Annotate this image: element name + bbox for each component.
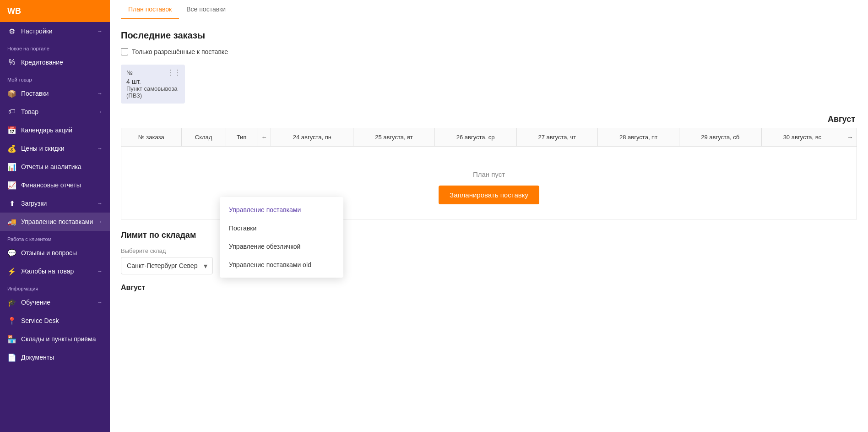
sidebar-item-education[interactable]: 🎓 Обучение → xyxy=(0,293,110,312)
sidebar-item-calendar[interactable]: 📅 Календарь акций xyxy=(0,121,110,139)
sidebar-item-supply-mgmt[interactable]: 🚚 Управление поставками → xyxy=(0,213,110,231)
warehouses-icon: 🏪 xyxy=(7,334,16,344)
logo-text: WB xyxy=(7,6,21,16)
sidebar-section-new: Новое на портале xyxy=(0,40,110,53)
main-content: План поставок Все поставки Последние зак… xyxy=(110,0,868,432)
supply-mgmt-dropdown: Управление поставками Поставки Управлени… xyxy=(220,197,343,278)
arrow-icon: → xyxy=(97,219,103,225)
order-dots-button[interactable]: ⋮⋮ xyxy=(167,68,181,77)
order-number-label: № xyxy=(126,69,133,76)
order-card: № ⋮⋮ 4 шт. Пункт самовывоза (ПВЗ) xyxy=(121,65,185,104)
documents-icon: 📄 xyxy=(7,353,16,362)
sidebar-item-documents[interactable]: 📄 Документы xyxy=(0,348,110,366)
warehouse-select[interactable]: Санкт-Петербург Север Москва Новосибирск xyxy=(121,257,213,274)
sidebar-item-reports[interactable]: 📊 Отчеты и аналитика xyxy=(0,158,110,176)
empty-plan-text: План пуст xyxy=(125,170,853,178)
prev-week-button[interactable]: ← xyxy=(257,128,271,147)
arrow-icon: → xyxy=(97,28,103,34)
col-order-num: № заказа xyxy=(121,128,182,147)
sidebar-item-deliveries[interactable]: 📦 Поставки → xyxy=(0,84,110,103)
last-orders-title: Последние заказы xyxy=(121,30,857,41)
col-aug27: 27 августа, чт xyxy=(516,128,597,147)
arrow-icon: → xyxy=(97,200,103,207)
order-type: Пункт самовывоза (ПВЗ) xyxy=(126,85,179,99)
sidebar-item-goods[interactable]: 🏷 Товар → xyxy=(0,103,110,121)
service-desk-icon: 📍 xyxy=(7,316,16,325)
sidebar-item-service-desk[interactable]: 📍 Service Desk xyxy=(0,312,110,330)
sidebar-item-label: Обучение xyxy=(21,299,50,306)
col-aug28: 28 августа, пт xyxy=(598,128,679,147)
sidebar-item-settings[interactable]: ⚙ Настройки → xyxy=(0,22,110,40)
goods-icon: 🏷 xyxy=(7,107,16,116)
col-aug29: 29 августа, сб xyxy=(679,128,762,147)
sidebar-item-label: Управление поставками xyxy=(21,218,93,225)
warehouse-select-group: Выберите склад Санкт-Петербург Север Мос… xyxy=(121,247,213,274)
sidebar-item-label: Отзывы и вопросы xyxy=(21,249,77,257)
arrow-icon: → xyxy=(97,90,103,97)
supply-mgmt-icon: 🚚 xyxy=(7,217,16,226)
arrow-icon: → xyxy=(97,109,103,115)
col-type: Тип xyxy=(226,128,257,147)
col-aug30: 30 августа, вс xyxy=(761,128,843,147)
credit-icon: % xyxy=(7,58,16,67)
sidebar-item-label: Поставки xyxy=(21,90,49,97)
allowed-only-checkbox[interactable] xyxy=(121,48,128,55)
col-aug24: 24 августа, пн xyxy=(271,128,353,147)
sidebar-section-client: Работа с клиентом xyxy=(0,231,110,244)
prices-icon: 💰 xyxy=(7,144,16,153)
sidebar-item-label: Товар xyxy=(21,108,38,115)
sidebar-section-info: Информация xyxy=(0,280,110,293)
complaints-icon: ⚡ xyxy=(7,267,16,276)
sidebar-item-complaints[interactable]: ⚡ Жалобы на товар → xyxy=(0,262,110,280)
sidebar-item-label: Финансовые отчеты xyxy=(21,181,81,189)
fin-reports-icon: 📈 xyxy=(7,180,16,190)
deliveries-icon: 📦 xyxy=(7,89,16,98)
arrow-icon: → xyxy=(97,268,103,274)
reports-icon: 📊 xyxy=(7,162,16,171)
sidebar-item-label: Загрузки xyxy=(21,200,47,207)
dropdown-item-supplies[interactable]: Поставки xyxy=(220,219,343,237)
sidebar-item-label: Цены и скидки xyxy=(21,145,65,152)
calendar-icon: 📅 xyxy=(7,126,16,135)
sidebar-section-mygoods: Мой товар xyxy=(0,71,110,84)
sidebar-item-label: Календарь акций xyxy=(21,126,72,134)
warehouse-label: Выберите склад xyxy=(121,247,213,254)
dropdown-item-manage-faceless[interactable]: Управление обезличкой xyxy=(220,237,343,256)
sidebar-item-label: Настройки xyxy=(21,27,53,35)
col-aug25: 25 августа, вт xyxy=(353,128,434,147)
dropdown-item-manage-supplies[interactable]: Управление поставками xyxy=(220,201,343,219)
tab-all[interactable]: Все поставки xyxy=(179,0,233,19)
arrow-icon: → xyxy=(97,145,103,152)
tab-plan[interactable]: План поставок xyxy=(121,0,179,19)
order-quantity: 4 шт. xyxy=(126,78,179,85)
sidebar-item-uploads[interactable]: ⬆ Загрузки → xyxy=(0,194,110,213)
calendar-month: Август xyxy=(121,115,857,124)
sidebar: WB ⚙ Настройки → Новое на портале % Кред… xyxy=(0,0,110,432)
sidebar-item-label: Кредитование xyxy=(21,59,63,66)
sidebar-item-prices[interactable]: 💰 Цены и скидки → xyxy=(0,139,110,158)
reviews-icon: 💬 xyxy=(7,248,16,257)
col-aug26: 26 августа, ср xyxy=(434,128,516,147)
next-week-button[interactable]: → xyxy=(843,128,857,147)
education-icon: 🎓 xyxy=(7,298,16,307)
sidebar-item-label: Документы xyxy=(21,354,54,361)
settings-icon: ⚙ xyxy=(7,27,16,36)
august-label: Август xyxy=(121,284,857,292)
dropdown-item-manage-supplies-old[interactable]: Управление поставками old xyxy=(220,256,343,274)
tab-bar: План поставок Все поставки xyxy=(110,0,868,19)
sidebar-item-label: Склады и пункты приёма xyxy=(21,335,96,343)
sidebar-item-reviews[interactable]: 💬 Отзывы и вопросы xyxy=(0,244,110,262)
sidebar-item-fin-reports[interactable]: 📈 Финансовые отчеты xyxy=(0,176,110,194)
arrow-icon: → xyxy=(97,299,103,306)
sidebar-item-warehouses[interactable]: 🏪 Склады и пункты приёма xyxy=(0,330,110,348)
sidebar-item-credit[interactable]: % Кредитование xyxy=(0,53,110,71)
sidebar-logo: WB xyxy=(0,0,110,22)
sidebar-item-label: Service Desk xyxy=(21,317,59,324)
schedule-supply-button[interactable]: Запланировать поставку xyxy=(439,186,539,204)
col-warehouse: Склад xyxy=(181,128,226,147)
filter-checkbox-row: Только разрешённые к поставке xyxy=(121,48,857,55)
sidebar-item-label: Отчеты и аналитика xyxy=(21,163,81,170)
sidebar-item-label: Жалобы на товар xyxy=(21,268,74,275)
uploads-icon: ⬆ xyxy=(7,199,16,208)
allowed-only-label: Только разрешённые к поставке xyxy=(132,48,228,55)
